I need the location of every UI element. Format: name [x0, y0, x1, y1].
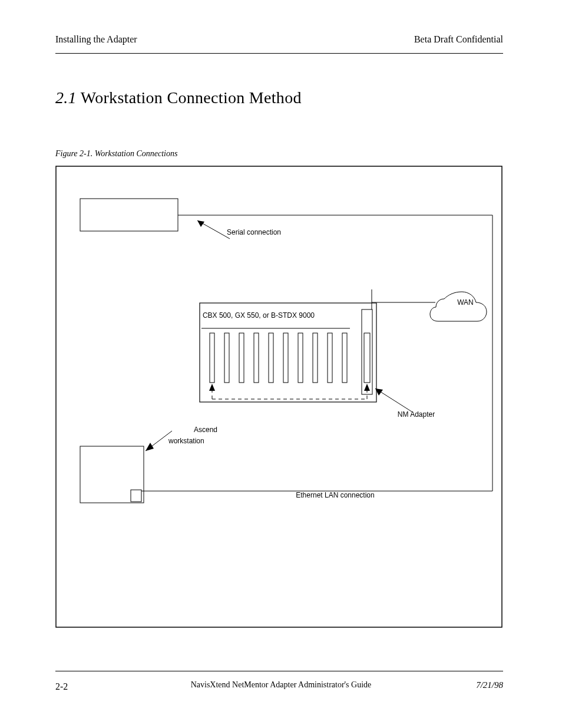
- chapter-number: 2.1: [55, 88, 77, 107]
- chapter-spacer: [77, 88, 81, 107]
- svg-rect-17: [298, 333, 303, 383]
- rule-bottom: [55, 671, 503, 671]
- chapter-heading: 2.1 Workstation Connection Method: [55, 88, 302, 107]
- svg-rect-13: [239, 333, 244, 383]
- label-workstation-sub: workstation: [168, 437, 204, 446]
- label-wan: WAN: [456, 298, 475, 307]
- figure-caption-line1: Figure 2-1.: [55, 149, 92, 158]
- svg-rect-1: [80, 199, 178, 231]
- svg-rect-18: [313, 333, 318, 383]
- footer-date: 7/21/98: [476, 680, 503, 690]
- label-serial-connection: Serial connection: [213, 228, 295, 237]
- label-lan-connection: Ethernet LAN connection: [256, 491, 415, 500]
- svg-rect-15: [269, 333, 273, 383]
- header-left: Installing the Adapter: [55, 34, 137, 45]
- rule-top: [55, 53, 503, 54]
- svg-marker-26: [364, 384, 370, 391]
- label-workstation-title: Ascend: [167, 426, 244, 434]
- label-chassis-models: CBX 500, GX 550, or B-STDX 9000: [191, 311, 326, 320]
- figure-caption: Figure 2-1. Workstation Connections: [55, 149, 177, 159]
- svg-rect-30: [131, 490, 141, 502]
- svg-rect-20: [342, 333, 347, 383]
- page: Installing the Adapter Beta Draft Confid…: [0, 0, 562, 728]
- svg-marker-32: [146, 443, 154, 451]
- svg-marker-25: [209, 384, 215, 391]
- chapter-title: Workstation Connection Method: [81, 88, 302, 107]
- svg-rect-7: [362, 309, 372, 394]
- svg-rect-11: [210, 333, 214, 383]
- svg-rect-21: [364, 333, 370, 383]
- header-right: Beta Draft Confidential: [414, 34, 503, 45]
- label-nm-adapter: NM Adapter: [382, 410, 450, 419]
- figure-area: Serial connection WAN CBX 500, GX 550, o…: [55, 166, 503, 628]
- svg-rect-16: [283, 333, 288, 383]
- figure-caption-line2: Workstation Connections: [95, 149, 178, 158]
- svg-rect-29: [80, 446, 144, 503]
- svg-rect-12: [224, 333, 229, 383]
- svg-rect-19: [328, 333, 332, 383]
- svg-rect-14: [254, 333, 259, 383]
